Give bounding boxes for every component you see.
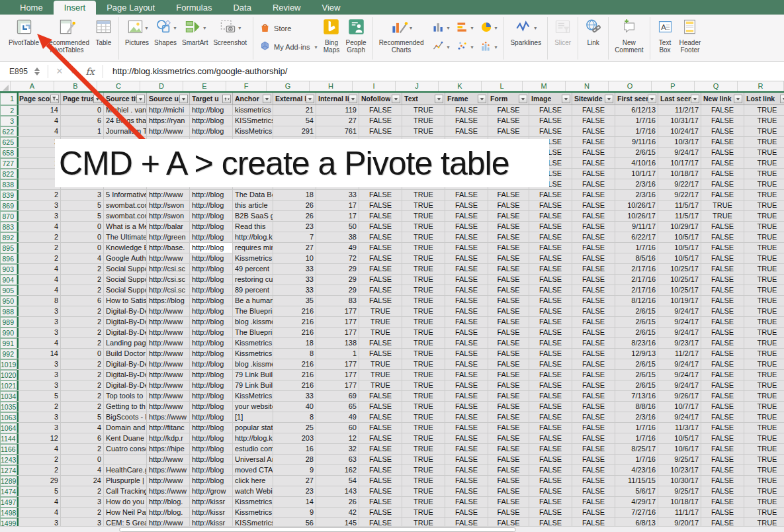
cell[interactable]: 2 (61, 380, 104, 391)
cell[interactable]: 24 Blogs that (104, 116, 147, 126)
column-header-page-scor[interactable]: Page scor (17, 93, 61, 105)
cell[interactable]: 177 (316, 317, 359, 328)
cell[interactable]: 0 (61, 222, 104, 232)
tab-insert[interactable]: Insert (54, 1, 97, 15)
cell[interactable]: 4 (17, 264, 61, 275)
row-number[interactable]: 990 (0, 328, 17, 338)
cell[interactable]: FALSE (572, 243, 615, 253)
cell[interactable]: 9 (273, 508, 316, 518)
cell[interactable]: TRUE (744, 359, 784, 370)
cell[interactable]: FALSE (445, 296, 488, 306)
column-header-first-seen[interactable]: First seen (615, 93, 658, 105)
cell[interactable]: 3 (61, 497, 104, 508)
cell[interactable]: http://blog (190, 296, 233, 306)
cell[interactable]: FALSE (572, 423, 615, 433)
cell[interactable]: TRUE (402, 349, 445, 359)
row-number[interactable]: 727 (0, 158, 17, 169)
cell[interactable]: http://www (147, 338, 190, 349)
cell[interactable]: FALSE (359, 116, 402, 126)
cell[interactable]: FALSE (701, 105, 744, 116)
cell[interactable]: FALSE (529, 211, 572, 222)
ribbon-button-recommended-charts[interactable]: ▾RecommendedCharts (376, 17, 427, 54)
cell[interactable]: TRUE (402, 306, 445, 317)
cell[interactable]: FALSE (529, 328, 572, 338)
column-header-lost-link[interactable]: Lost link (744, 93, 784, 105)
cell[interactable]: 119 (316, 105, 359, 116)
cell[interactable]: 54 (316, 476, 359, 486)
cell[interactable]: FALSE (529, 116, 572, 126)
cell[interactable]: TRUE (744, 148, 784, 158)
ribbon-button-people-graph[interactable]: PeopleGraph (343, 17, 369, 54)
cell[interactable]: 50 (316, 222, 359, 232)
cell[interactable]: http://blog (190, 412, 233, 423)
cell[interactable]: http://grow (190, 486, 233, 497)
cell[interactable]: FALSE (529, 222, 572, 232)
cell[interactable]: 2 (61, 285, 104, 296)
cell[interactable]: FALSE (445, 402, 488, 412)
cell[interactable]: TRUE (402, 412, 445, 423)
cell[interactable]: FALSE (572, 200, 615, 211)
cell[interactable]: http://www (147, 126, 190, 137)
ribbon-button-screenshot[interactable]: ▾Screenshot (210, 17, 249, 47)
cell[interactable]: FALSE (445, 444, 488, 455)
cell[interactable]: 0 (61, 105, 104, 116)
filter-icon[interactable] (648, 95, 656, 103)
cell[interactable]: TRUE (744, 179, 784, 190)
cell[interactable]: How do you (104, 497, 147, 508)
cell[interactable]: FALSE (572, 444, 615, 455)
cell[interactable]: 1 (316, 349, 359, 359)
cell[interactable]: FALSE (701, 476, 744, 486)
cell[interactable]: FALSE (445, 433, 488, 444)
ribbon-button-column-chart[interactable]: ▾ (429, 19, 453, 38)
cell[interactable]: Be a human, (233, 296, 273, 306)
cell[interactable]: FALSE (529, 349, 572, 359)
cell[interactable]: 4 (17, 222, 61, 232)
cell[interactable]: FALSE (488, 423, 529, 433)
cell[interactable]: FALSE (701, 380, 744, 391)
cell[interactable]: FALSE (572, 126, 615, 137)
cell[interactable]: KISSmetrics N (233, 116, 273, 126)
row-number[interactable]: 3 (0, 116, 17, 126)
column-header-image[interactable]: Image (529, 93, 572, 105)
cell[interactable]: TRUE (701, 200, 744, 211)
cell[interactable]: 2 (17, 455, 61, 465)
cell[interactable]: FALSE (701, 296, 744, 306)
cell[interactable]: FALSE (445, 486, 488, 497)
column-header-target-u[interactable]: Target u (190, 93, 233, 105)
cell[interactable]: http://blog (190, 285, 233, 296)
cell[interactable]: http://blog (190, 455, 233, 465)
cell[interactable]: 216 (273, 380, 316, 391)
cell[interactable]: FALSE (359, 402, 402, 412)
cell[interactable]: 40 (273, 402, 316, 412)
cell[interactable]: 2 (17, 402, 61, 412)
cell[interactable]: TRUE (744, 232, 784, 243)
cell[interactable]: 27 (273, 243, 316, 253)
cell[interactable]: FALSE (572, 317, 615, 328)
cell[interactable]: FALSE (488, 126, 529, 137)
name-box-spinner[interactable] (34, 67, 40, 75)
row-number[interactable]: 1021 (0, 380, 17, 391)
cell[interactable]: 2/3/16 (615, 190, 658, 200)
column-header-source-u[interactable]: Source u (147, 93, 190, 105)
cell[interactable]: 8 (17, 296, 61, 306)
cell[interactable]: Kissmetrics.c (233, 497, 273, 508)
cell[interactable]: TRUE (744, 380, 784, 391)
cell[interactable]: http://www (147, 190, 190, 200)
cell[interactable]: 5 (61, 211, 104, 222)
cell[interactable]: FALSE (529, 391, 572, 402)
ribbon-button-recommended-pivottables[interactable]: RecommendedPivotTables (42, 17, 92, 54)
cell[interactable]: TRUE (744, 455, 784, 465)
cell[interactable]: FALSE (445, 455, 488, 465)
cell[interactable]: 33 (273, 285, 316, 296)
cell[interactable]: TRUE (744, 476, 784, 486)
cell[interactable]: TRUE (744, 423, 784, 433)
cell[interactable]: 9/26/17 (658, 391, 701, 402)
cell[interactable]: 29 (17, 476, 61, 486)
cell[interactable]: FALSE (359, 455, 402, 465)
cell[interactable]: FALSE (445, 200, 488, 211)
cell[interactable]: TRUE (744, 105, 784, 116)
cell[interactable]: http://blog (190, 222, 233, 232)
cell[interactable]: FALSE (529, 476, 572, 486)
row-number[interactable]: 658 (0, 148, 17, 158)
cell[interactable]: FALSE (445, 359, 488, 370)
